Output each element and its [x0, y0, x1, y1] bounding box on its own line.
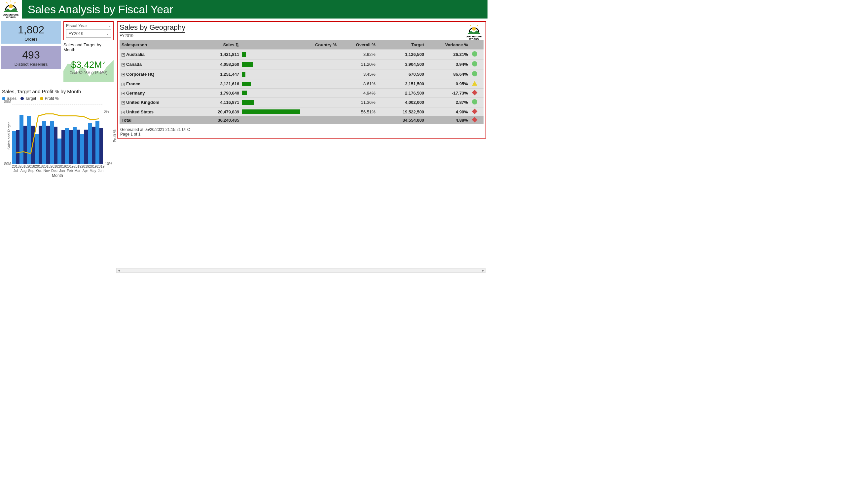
geo-table[interactable]: Salesperson Sales ⇅ Country % Overall % …: [120, 40, 484, 124]
x-tick: 2019Feb: [66, 164, 74, 173]
legend-dot-target-icon: [21, 97, 24, 100]
col-sales[interactable]: Sales ⇅: [192, 40, 241, 50]
status-ok-icon: [472, 99, 477, 105]
check-icon: ✓: [102, 60, 106, 65]
x-tick: 2019Mar: [74, 164, 81, 173]
chart-legend: Sales Target Profit %: [2, 96, 113, 101]
x-tick: 2018Aug: [20, 164, 27, 173]
table-row[interactable]: +United Kingdom4,116,87111.36%4,002,0002…: [120, 97, 484, 108]
expand-icon[interactable]: +: [122, 73, 125, 76]
profit-line-icon: [12, 104, 103, 163]
x-tick: 2018Oct: [35, 164, 42, 173]
col-indicator: [470, 40, 484, 50]
x-tick: 2018Sep: [27, 164, 35, 173]
page-indicator: Page 1 of 1: [120, 132, 483, 137]
col-country[interactable]: Country %: [300, 40, 339, 50]
x-tick: 2018Dec: [51, 164, 58, 173]
sparkline-value: $3.42M✓: [63, 59, 114, 70]
sales-bar-icon: [242, 100, 254, 105]
brand-name-2: WORKS: [6, 16, 16, 19]
y-tick-5m: $5M: [4, 99, 11, 104]
kpi-sales-vs-target[interactable]: Sales and Target by Month $3.42M✓ Goal: …: [63, 42, 114, 82]
svg-line-2: [6, 2, 8, 3]
chevron-down-icon[interactable]: ⌄: [108, 24, 111, 27]
geo-subtitle: FY2019: [120, 33, 185, 38]
slicer-label: Fiscal Year: [66, 23, 87, 28]
header: ADVENTUREWORKS Sales Analysis by Fiscal …: [0, 0, 488, 19]
brand-logo-small: ADVENTUREWORKS: [464, 23, 484, 40]
monthly-chart[interactable]: Sales, Target and Profit % by Month Sale…: [1, 89, 114, 178]
svg-point-0: [9, 4, 13, 8]
table-row[interactable]: +Corporate HQ1,251,4473.45%670,50086.64%: [120, 69, 484, 79]
adventure-works-logo-icon: [467, 23, 481, 35]
chart-title: Sales, Target and Profit % by Month: [2, 89, 113, 94]
chevron-down-icon: ⌄: [106, 32, 108, 35]
generated-timestamp: Generated at 05/20/2021 21:15:21 UTC: [120, 127, 483, 132]
sparkline-goal: Goal: $2.93M (+16.46%): [63, 71, 114, 75]
scroll-track[interactable]: [121, 268, 480, 272]
table-row[interactable]: +France3,121,6168.61%3,151,500-0.95%: [120, 79, 484, 89]
x-tick: 2019May: [89, 164, 97, 173]
scroll-left-icon[interactable]: ◀: [117, 269, 121, 272]
x-tick: 2019Apr: [81, 164, 89, 173]
status-ok-icon: [472, 71, 477, 76]
table-total-row: Total36,240,48534,554,0004.88%: [120, 116, 484, 124]
sales-bar-icon: [242, 91, 247, 95]
table-row[interactable]: +Canada4,058,26011.20%3,904,5003.94%: [120, 59, 484, 69]
kpi-orders-label: Orders: [3, 37, 59, 42]
expand-icon[interactable]: +: [122, 101, 125, 105]
y2-tick-0: 0%: [104, 109, 109, 113]
fiscal-year-slicer: Fiscal Year ⌄ FY2019 ⌄: [63, 21, 114, 40]
x-tick: 2019Jun: [97, 164, 104, 173]
legend-target[interactable]: Target: [25, 96, 36, 101]
x-tick: 2018Jul: [12, 164, 20, 173]
sales-bar-icon: [242, 52, 246, 57]
col-target[interactable]: Target: [377, 40, 426, 50]
slicer-selected: FY2019: [68, 31, 84, 36]
status-bad-icon: [472, 109, 477, 114]
x-axis-title: Month: [12, 173, 103, 178]
expand-icon[interactable]: +: [122, 92, 125, 95]
scroll-right-icon[interactable]: ▶: [480, 269, 485, 272]
status-ok-icon: [472, 61, 477, 66]
page-title: Sales Analysis by Fiscal Year: [22, 0, 488, 19]
x-tick: 2019Jan: [58, 164, 66, 173]
kpi-resellers-value: 493: [3, 49, 59, 61]
kpi-orders-value: 1,802: [3, 24, 59, 36]
col-salesperson[interactable]: Salesperson: [120, 40, 192, 50]
table-row[interactable]: +Australia1,421,8113.92%1,126,50026.21%: [120, 50, 484, 59]
divider: [120, 32, 185, 33]
geography-panel: Sales by Geography FY2019 ADVENTUREWORKS: [117, 21, 486, 139]
brand-logo: ADVENTUREWORKS: [0, 0, 22, 19]
status-ok-icon: [472, 51, 477, 57]
expand-icon[interactable]: +: [122, 53, 125, 57]
expand-icon[interactable]: +: [122, 83, 125, 86]
kpi-card-orders[interactable]: 1,802 Orders: [1, 21, 61, 44]
chart-plot-area: Sales and Target Profit % $5M $0M 0% -10…: [12, 104, 103, 164]
sales-bar-icon: [242, 82, 251, 86]
horizontal-scrollbar[interactable]: ◀ ▶: [116, 268, 486, 273]
adventure-works-logo-icon: [3, 0, 19, 13]
expand-icon[interactable]: +: [122, 111, 125, 114]
col-variance[interactable]: Variance %: [426, 40, 470, 50]
legend-profit[interactable]: Profit %: [44, 96, 58, 101]
slicer-dropdown[interactable]: FY2019 ⌄: [66, 29, 111, 38]
col-overall[interactable]: Overall %: [339, 40, 377, 50]
svg-line-8: [477, 25, 478, 26]
expand-icon[interactable]: +: [122, 63, 125, 66]
svg-point-5: [472, 27, 476, 31]
svg-line-3: [14, 2, 16, 3]
y-tick-0m: $0M: [4, 162, 11, 166]
table-row[interactable]: +Germany1,790,6404.94%2,176,500-17.73%: [120, 89, 484, 97]
sales-bar-icon: [242, 72, 245, 77]
geo-title: Sales by Geography: [120, 23, 185, 32]
status-bad-icon: [472, 117, 477, 123]
kpi-card-resellers[interactable]: 493 Distinct Resellers: [1, 46, 61, 69]
kpi-resellers-label: Distinct Resellers: [3, 62, 59, 67]
status-warning-icon: [472, 81, 477, 86]
sales-bar-icon: [242, 62, 253, 67]
sort-icon: ⇅: [236, 42, 239, 47]
y2-tick-neg10: -10%: [104, 162, 112, 166]
table-row[interactable]: +United States20,479,83956.51%19,522,500…: [120, 108, 484, 116]
sales-bar-icon: [242, 109, 300, 114]
